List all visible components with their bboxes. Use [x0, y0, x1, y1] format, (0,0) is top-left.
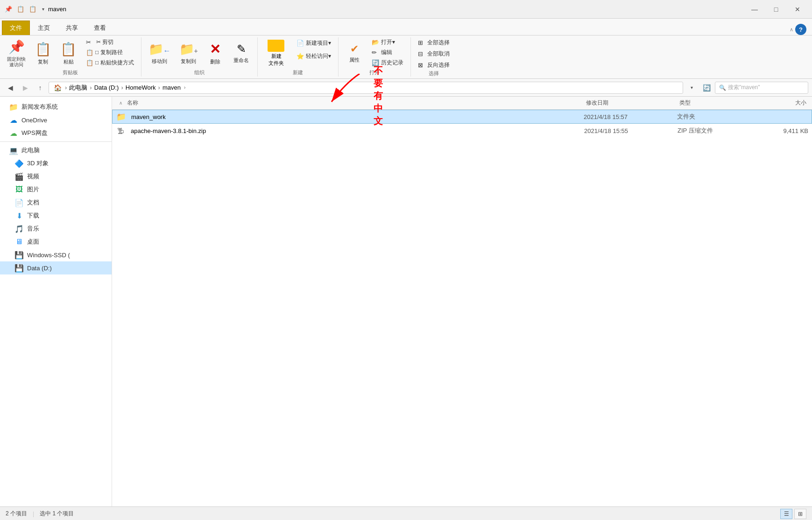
col-header-type[interactable]: 类型: [678, 97, 762, 109]
up-button[interactable]: ↑: [34, 81, 47, 94]
organize-items: 📁← 移动到 📁+ 复制到 ✕ 删除 ✎ 重命名: [145, 37, 254, 69]
file-name-cell: 📁 maven_work: [116, 112, 584, 121]
easy-access-button[interactable]: ⭐ 轻松访问▾: [293, 50, 334, 62]
copy-path-button[interactable]: 📋 □ 复制路径: [83, 48, 137, 57]
history-button[interactable]: 🔄 历史记录: [368, 58, 407, 67]
pin-label: 固定到快速访问: [7, 56, 26, 68]
paste-shortcut-button[interactable]: 📋 □ 粘贴快捷方式: [83, 58, 137, 67]
properties-button[interactable]: ✔ 属性: [342, 37, 367, 69]
delete-label: 删除: [210, 59, 220, 65]
new-folder-button[interactable]: 新建文件夹: [261, 37, 291, 69]
file-icon-1: 📋: [16, 5, 25, 14]
table-row[interactable]: 🗜 apache-maven-3.8.1-bin.zip 2021/4/18 1…: [112, 124, 812, 138]
move-to-button[interactable]: 📁← 移动到: [145, 37, 174, 69]
properties-icon: ✔: [350, 43, 359, 55]
sidebar-divider: [0, 141, 112, 142]
delete-button[interactable]: ✕ 删除: [203, 37, 227, 69]
ribbon-group-organize: 📁← 移动到 📁+ 复制到 ✕ 删除 ✎ 重命名: [141, 37, 258, 77]
zip-icon: 🗜: [116, 126, 125, 135]
video-icon: 🎬: [15, 172, 23, 181]
sidebar-item-news[interactable]: 📁 新闻发布系统: [0, 100, 112, 113]
copy-path-icon: 📋: [86, 49, 93, 56]
copy-label: 复制: [38, 59, 48, 65]
search-icon: 🔍: [719, 84, 726, 91]
properties-label: 属性: [349, 57, 360, 63]
help-button[interactable]: ?: [795, 24, 806, 35]
address-path[interactable]: 🏠 › 此电脑 › Data (D:) › HomeWork › maven ›: [49, 82, 683, 94]
close-button[interactable]: ✕: [787, 2, 808, 17]
tab-file[interactable]: 文件: [2, 21, 30, 35]
tab-home[interactable]: 主页: [30, 21, 58, 35]
refresh-button[interactable]: 🔄: [700, 81, 713, 94]
sidebar-item-onedrive[interactable]: ☁ OneDrive: [0, 113, 112, 126]
edit-icon: ✏: [372, 49, 379, 56]
expand-arrow[interactable]: ∧: [116, 98, 125, 108]
col-header-size[interactable]: 大小: [762, 97, 808, 109]
col-header-date[interactable]: 修改日期: [584, 97, 678, 109]
sidebar-item-desktop[interactable]: 🖥 桌面: [0, 235, 112, 248]
sidebar-item-3d[interactable]: 🔷 3D 对象: [0, 157, 112, 170]
file-size-cell: 9,411 KB: [762, 127, 808, 134]
doc-icon: 📄: [15, 198, 23, 207]
back-button[interactable]: ◀: [4, 81, 17, 94]
path-pc[interactable]: 此电脑: [68, 83, 89, 92]
details-view-button[interactable]: ☰: [780, 509, 792, 519]
rename-button[interactable]: ✎ 重命名: [229, 37, 254, 69]
file-type-cell: ZIP 压缩文件: [678, 126, 762, 135]
select-all-button[interactable]: ⊞ 全部选择: [415, 37, 453, 48]
sidebar-item-download[interactable]: ⬇ 下载: [0, 209, 112, 222]
pin-to-quick-button[interactable]: 📌 固定到快速访问: [4, 37, 29, 69]
file-date-cell: 2021/4/18 15:57: [584, 113, 677, 120]
3d-icon: 🔷: [15, 159, 23, 168]
path-homework[interactable]: HomeWork: [124, 84, 157, 91]
list-view-button[interactable]: ⊞: [794, 509, 806, 519]
search-placeholder: 搜索"maven": [728, 84, 760, 91]
sidebar-item-winssd[interactable]: 💾 Windows-SSD (: [0, 248, 112, 261]
table-row[interactable]: 📁 maven_work 2021/4/18 15:57 文件夹: [112, 110, 812, 124]
pin-icon: 📌: [4, 5, 13, 14]
sidebar-item-doc[interactable]: 📄 文档: [0, 196, 112, 209]
history-label: 历史记录: [381, 59, 403, 67]
tab-share[interactable]: 共享: [58, 21, 86, 35]
title-bar-icons: 📌 📋 📋 ▾: [4, 5, 44, 14]
new-item-label: 新建项目▾: [306, 39, 331, 47]
paste-button[interactable]: 📋 粘贴: [57, 37, 80, 69]
ribbon-group-open: ✔ 属性 📂 打开▾ ✏ 编辑 🔄 历史记录: [339, 37, 411, 77]
title-dropdown-arrow[interactable]: ▾: [42, 7, 44, 12]
open-button[interactable]: 📂 打开▾: [368, 37, 407, 47]
col-header-name[interactable]: 名称: [125, 97, 584, 109]
sidebar-label-winssd: Windows-SSD (: [27, 252, 70, 259]
sidebar-item-wps[interactable]: ☁ WPS网盘: [0, 126, 112, 140]
path-sep-3: ›: [158, 84, 160, 91]
sidebar-item-pc[interactable]: 💻 此电脑: [0, 144, 112, 157]
path-drive[interactable]: Data (D:): [93, 84, 120, 91]
copy-to-button[interactable]: 📁+ 复制到: [176, 37, 201, 69]
sidebar-item-music[interactable]: 🎵 音乐: [0, 222, 112, 235]
sidebar-item-image[interactable]: 🖼 图片: [0, 183, 112, 196]
cut-button[interactable]: ✂ ✂ 剪切: [83, 37, 137, 47]
open-icon: 📂: [372, 39, 379, 46]
file-icon-2: 📋: [28, 5, 37, 14]
ribbon-group-select: ⊞ 全部选择 ⊟ 全部取消 ⊠ 反向选择 选择: [411, 37, 457, 77]
minimize-button[interactable]: —: [744, 2, 765, 17]
tab-view[interactable]: 查看: [86, 21, 114, 35]
edit-button[interactable]: ✏ 编辑: [368, 48, 407, 57]
sidebar-item-data[interactable]: 💾 Data (D:): [0, 261, 112, 274]
maximize-button[interactable]: □: [765, 2, 787, 17]
path-maven[interactable]: maven: [161, 84, 182, 91]
forward-button[interactable]: ▶: [19, 81, 32, 94]
copy-button[interactable]: 📋 复制: [31, 37, 55, 69]
search-box[interactable]: 🔍 搜索"maven": [715, 82, 808, 94]
main-area: 📁 新闻发布系统 ☁ OneDrive ☁ WPS网盘 💻 此电脑 🔷 3D 对…: [0, 97, 812, 506]
file-header: ∧ 名称 修改日期 类型 大小: [112, 97, 812, 110]
copy-to-label: 复制到: [181, 58, 196, 64]
ribbon-collapse-button[interactable]: ∧: [790, 27, 793, 33]
new-folder-icon: [268, 40, 285, 52]
sidebar-label-music: 音乐: [27, 225, 39, 233]
select-none-button[interactable]: ⊟ 全部取消: [415, 49, 453, 59]
sidebar-item-video[interactable]: 🎬 视频: [0, 170, 112, 183]
new-item-button[interactable]: 📄 新建项目▾: [293, 37, 334, 49]
invert-select-button[interactable]: ⊠ 反向选择: [415, 60, 453, 70]
select-items: ⊞ 全部选择 ⊟ 全部取消 ⊠ 反向选择: [415, 37, 453, 70]
address-dropdown-button[interactable]: ▾: [685, 82, 698, 94]
